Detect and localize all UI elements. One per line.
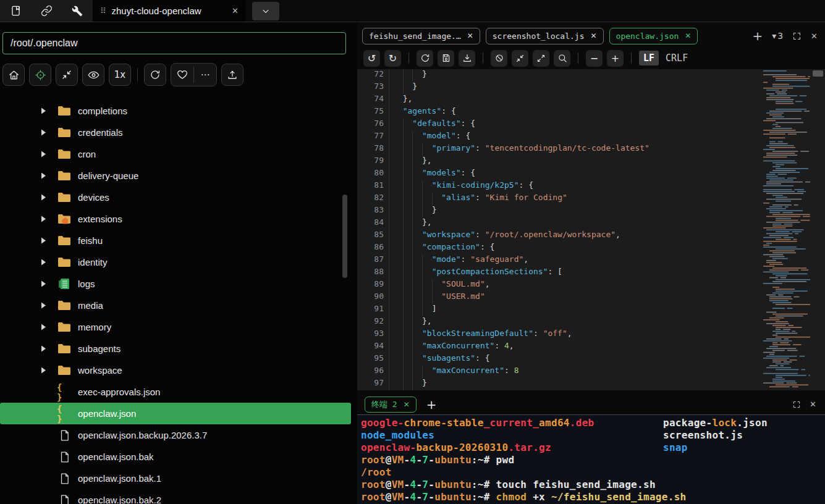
editor-scrollbar-thumb[interactable] bbox=[813, 70, 823, 77]
terminal-tab[interactable]: 终端 2 ✕ bbox=[365, 397, 417, 413]
more-button[interactable]: ⋯ bbox=[194, 64, 216, 86]
upload-button[interactable] bbox=[221, 64, 243, 86]
tab-overflow-button[interactable]: ▾ 3 bbox=[772, 31, 783, 41]
tree-item-openclaw.json[interactable]: { }openclaw.json bbox=[0, 403, 351, 424]
close-icon[interactable]: ✕ bbox=[404, 400, 410, 409]
caret-right-icon[interactable] bbox=[41, 302, 57, 309]
code-line[interactable]: 86 "compaction": { bbox=[357, 242, 825, 254]
minimap[interactable] bbox=[762, 69, 810, 390]
close-panel-button[interactable]: ✕ bbox=[811, 32, 818, 41]
code-line[interactable]: 77 "model": { bbox=[357, 131, 825, 143]
tree-item-media[interactable]: media bbox=[0, 295, 351, 316]
tree-item-openclaw.json.bak.1[interactable]: openclaw.json.bak.1 bbox=[0, 468, 351, 489]
tree-item-completions[interactable]: completions bbox=[0, 100, 351, 122]
terminal-close-button[interactable]: ✕ bbox=[810, 400, 816, 409]
tree-item-delivery-queue[interactable]: delivery-queue bbox=[0, 165, 351, 187]
tree-item-workspace[interactable]: workspace bbox=[0, 359, 351, 381]
code-line[interactable]: 79 }, bbox=[357, 156, 825, 168]
code-line[interactable]: 93 "blockStreamingDefault": "off", bbox=[357, 329, 825, 341]
caret-right-icon[interactable] bbox=[41, 324, 57, 330]
code-line[interactable]: 76 "defaults": { bbox=[357, 119, 825, 131]
save-button[interactable] bbox=[438, 50, 454, 67]
home-button[interactable] bbox=[2, 64, 25, 86]
tree-item-cron[interactable]: cron bbox=[0, 143, 351, 165]
caret-right-icon[interactable] bbox=[41, 345, 57, 352]
code-line[interactable]: 90 "USER.md" bbox=[357, 292, 825, 304]
code-line[interactable]: 97 } bbox=[357, 378, 825, 390]
editor-tab[interactable]: screenshot_local.js✕ bbox=[486, 28, 604, 44]
terminal-output[interactable]: google-chrome-stable_current_amd64.debpa… bbox=[357, 414, 825, 504]
tab-dropdown-button[interactable] bbox=[252, 2, 279, 20]
sidebar-scrollbar[interactable] bbox=[342, 195, 347, 278]
tree-item-extensions[interactable]: extensions bbox=[0, 208, 351, 230]
code-line[interactable]: 91 ] bbox=[357, 304, 825, 316]
caret-right-icon[interactable] bbox=[41, 259, 57, 266]
code-line[interactable]: 83 } bbox=[357, 205, 825, 217]
caret-right-icon[interactable] bbox=[41, 237, 57, 244]
code-line[interactable]: 73 } bbox=[357, 82, 825, 94]
code-line[interactable]: 80 "models": { bbox=[357, 168, 825, 180]
close-icon[interactable]: ✕ bbox=[232, 6, 239, 15]
caret-right-icon[interactable] bbox=[41, 129, 57, 136]
zoom-level-button[interactable]: 1x bbox=[109, 64, 131, 86]
font-increase-button[interactable]: + bbox=[607, 50, 624, 67]
tree-item-identity[interactable]: identity bbox=[0, 251, 351, 273]
caret-right-icon[interactable] bbox=[41, 151, 57, 158]
favorite-button[interactable] bbox=[171, 64, 193, 86]
undo-button[interactable]: ↺ bbox=[363, 50, 380, 67]
caret-right-icon[interactable] bbox=[41, 107, 57, 114]
path-input[interactable] bbox=[2, 32, 346, 54]
tree-item-feishu[interactable]: feishu bbox=[0, 230, 351, 251]
code-editor[interactable]: 72 }73 }74 },75 "agents": {76 "defaults"… bbox=[357, 69, 825, 390]
code-line[interactable]: 89 "SOUL.md", bbox=[357, 279, 825, 292]
wrench-icon[interactable] bbox=[62, 0, 93, 22]
code-line[interactable]: 84 }, bbox=[357, 217, 825, 230]
search-button[interactable] bbox=[554, 50, 570, 67]
caret-right-icon[interactable] bbox=[41, 172, 57, 179]
close-icon[interactable]: ✕ bbox=[685, 32, 691, 40]
code-line[interactable]: 92 }, bbox=[357, 316, 825, 329]
code-line[interactable]: 82 "alias": "Kimi for Coding" bbox=[357, 193, 825, 205]
refresh-button[interactable] bbox=[144, 64, 166, 86]
close-icon[interactable]: ✕ bbox=[467, 32, 473, 40]
window-tab[interactable]: ⠿ zhuyt-cloud-openclaw ✕ bbox=[93, 0, 246, 22]
tree-item-credentials[interactable]: credentials bbox=[0, 122, 351, 143]
locate-button[interactable] bbox=[29, 64, 51, 86]
code-line[interactable]: 74 }, bbox=[357, 94, 825, 106]
journal-icon[interactable] bbox=[0, 0, 31, 22]
code-line[interactable]: 96 "maxConcurrent": 8 bbox=[357, 366, 825, 378]
tree-item-subagents[interactable]: subagents bbox=[0, 338, 351, 359]
code-line[interactable]: 78 "primary": "tencentcodingplan/tc-code… bbox=[357, 143, 825, 156]
font-decrease-button[interactable]: − bbox=[586, 50, 603, 67]
link-icon[interactable] bbox=[31, 0, 62, 22]
fullscreen-button[interactable] bbox=[792, 32, 802, 41]
add-tab-button[interactable]: + bbox=[752, 28, 763, 43]
code-line[interactable]: 75 "agents": { bbox=[357, 106, 825, 119]
collapse-all-button[interactable] bbox=[512, 50, 528, 67]
tree-item-logs[interactable]: logs bbox=[0, 273, 351, 295]
caret-right-icon[interactable] bbox=[41, 194, 57, 201]
download-button[interactable] bbox=[459, 50, 475, 67]
preview-button[interactable] bbox=[82, 64, 104, 86]
code-line[interactable]: 88 "postCompactionSections": [ bbox=[357, 267, 825, 279]
caret-right-icon[interactable] bbox=[41, 216, 57, 222]
tree-item-memory[interactable]: memory bbox=[0, 316, 351, 338]
code-line[interactable]: 95 "subagents": { bbox=[357, 353, 825, 366]
terminal-fullscreen-button[interactable] bbox=[792, 400, 801, 409]
expand-all-button[interactable] bbox=[533, 50, 549, 67]
editor-tab[interactable]: feishu_send_image.…✕ bbox=[362, 28, 480, 44]
reload-button[interactable] bbox=[417, 50, 433, 67]
readonly-button[interactable] bbox=[491, 50, 507, 67]
tree-item-devices[interactable]: devices bbox=[0, 187, 351, 208]
eol-lf-button[interactable]: LF bbox=[639, 51, 659, 65]
code-line[interactable]: 94 "maxConcurrent": 4, bbox=[357, 341, 825, 353]
add-terminal-button[interactable]: + bbox=[426, 397, 437, 412]
caret-right-icon[interactable] bbox=[41, 280, 57, 287]
editor-tab[interactable]: openclaw.json✕ bbox=[609, 28, 698, 44]
caret-right-icon[interactable] bbox=[41, 367, 57, 374]
tree-item-openclaw.json.backup.2026.3.7[interactable]: openclaw.json.backup.2026.3.7 bbox=[0, 424, 351, 446]
code-line[interactable]: 85 "workspace": "/root/.openclaw/workspa… bbox=[357, 230, 825, 242]
tree-item-openclaw.json.bak.2[interactable]: openclaw.json.bak.2 bbox=[0, 489, 351, 504]
tree-item-exec-approvals.json[interactable]: { }exec-approvals.json bbox=[0, 381, 351, 403]
code-line[interactable]: 81 "kimi-coding/k2p5": { bbox=[357, 180, 825, 193]
